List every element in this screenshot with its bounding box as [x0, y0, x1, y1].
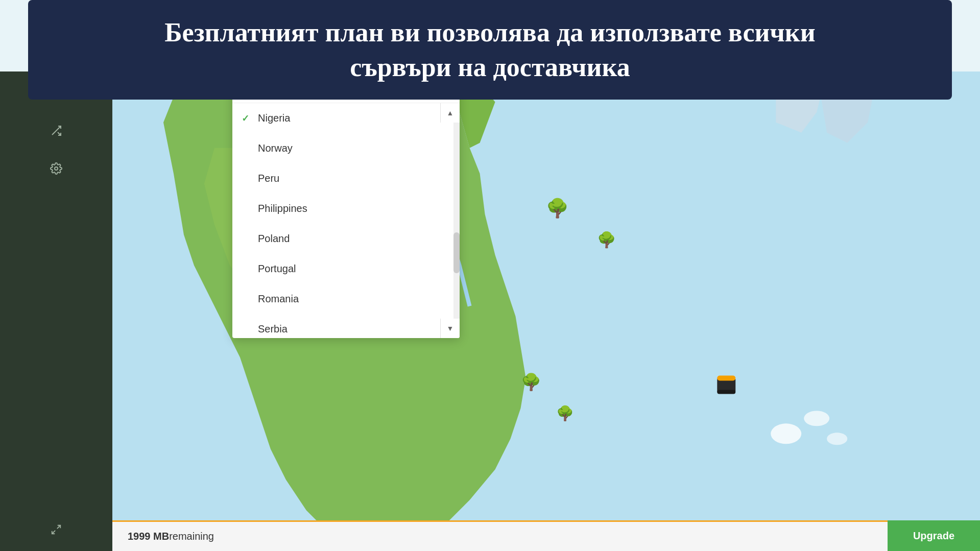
- bottom-bar: 1999 MB remaining Upgrade: [112, 520, 980, 551]
- svg-point-10: [827, 433, 847, 445]
- scroll-up-button[interactable]: ▲: [440, 103, 460, 123]
- list-item[interactable]: Nigeria: [232, 103, 460, 133]
- shuffle-icon[interactable]: [45, 119, 67, 142]
- upgrade-button[interactable]: Upgrade: [888, 520, 980, 551]
- svg-rect-6: [717, 375, 735, 380]
- svg-point-9: [804, 411, 829, 426]
- list-item[interactable]: Portugal: [232, 254, 460, 284]
- sidebar: 🌐: [0, 71, 112, 551]
- list-item[interactable]: Peru: [232, 163, 460, 194]
- svg-point-11: [55, 167, 58, 170]
- svg-text:🌳: 🌳: [597, 231, 616, 249]
- list-item[interactable]: Philippines: [232, 194, 460, 224]
- svg-line-13: [52, 531, 55, 534]
- scroll-down-button[interactable]: ▼: [440, 319, 460, 338]
- list-item[interactable]: Serbia: [232, 314, 460, 338]
- country-dropdown: Nigeria Norway Peru Philippines Poland P…: [232, 76, 460, 338]
- collapse-icon[interactable]: [45, 518, 67, 541]
- svg-line-12: [57, 525, 60, 529]
- settings-icon[interactable]: [45, 157, 67, 180]
- list-item[interactable]: Norway: [232, 133, 460, 163]
- remaining-amount: 1999 MB: [128, 531, 169, 542]
- banner-text: Безплатният план ви позволява да използв…: [59, 15, 921, 84]
- svg-text:🌳: 🌳: [546, 197, 569, 219]
- svg-text:🌳: 🌳: [556, 405, 574, 422]
- list-item[interactable]: Romania: [232, 284, 460, 314]
- scrollbar-thumb[interactable]: [453, 232, 460, 273]
- promo-banner: Безплатният план ви позволява да използв…: [28, 0, 952, 100]
- remaining-info: 1999 MB remaining: [112, 520, 888, 551]
- svg-rect-7: [717, 390, 735, 394]
- svg-text:🌳: 🌳: [521, 372, 541, 392]
- remaining-label: remaining: [169, 531, 214, 542]
- list-item[interactable]: Poland: [232, 224, 460, 254]
- scrollbar-track: ▲ ▼: [453, 103, 460, 338]
- country-list: Nigeria Norway Peru Philippines Poland P…: [232, 103, 460, 338]
- svg-point-8: [771, 423, 801, 444]
